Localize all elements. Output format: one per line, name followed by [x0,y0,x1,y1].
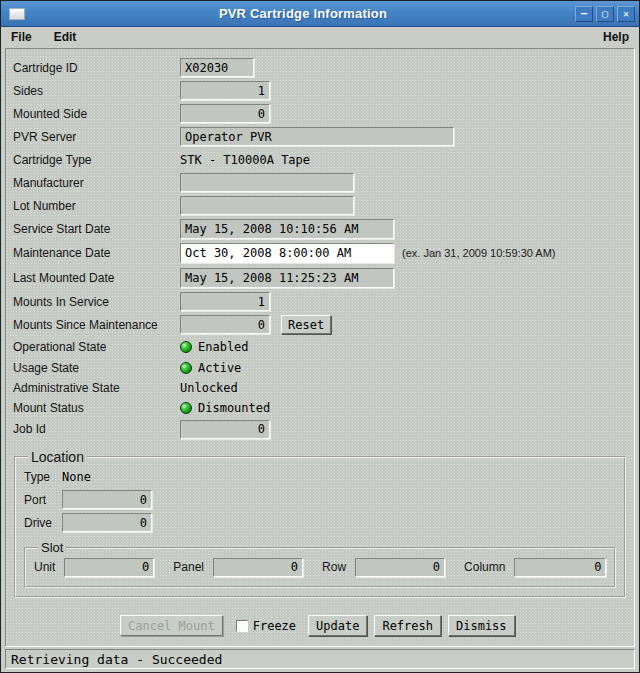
mounts-in-service-label: Mounts In Service [13,295,180,309]
mounts-in-service-field: 1 [180,292,270,311]
row-pvr-server: PVR Server Operator PVR [13,125,628,148]
slot-unit-label: Unit [34,560,55,574]
pvr-server-label: PVR Server [13,130,180,144]
freeze-checkbox-wrap: Freeze [236,619,296,633]
freeze-checkbox[interactable] [236,620,248,632]
row-administrative-state: Administrative State Unlocked [13,378,628,398]
row-lot-number: Lot Number [13,194,628,217]
green-led-icon [180,341,192,353]
dismiss-button[interactable]: Dismiss [448,615,515,636]
mounted-side-label: Mounted Side [13,107,180,121]
cartridge-id-field: X02030 [180,58,254,77]
lot-number-field [180,196,354,215]
menu-help[interactable]: Help [603,30,629,44]
row-location-drive: Drive 0 [24,511,616,534]
window-icon [9,8,25,20]
cartridge-type-label: Cartridge Type [13,153,180,167]
administrative-state-label: Administrative State [13,381,180,395]
maintenance-date-hint: (ex. Jan 31, 2009 10:59:30 AM) [402,247,556,259]
maintenance-date-label: Maintenance Date [13,246,180,260]
location-group-title: Location [28,449,87,465]
lot-number-label: Lot Number [13,199,180,213]
slot-group-title: Slot [38,540,66,555]
reset-button[interactable]: Reset [281,315,331,334]
cancel-mount-button: Cancel Mount [120,615,223,636]
row-location-port: Port 0 [24,488,616,511]
row-usage-state: Usage State Active [13,358,628,378]
status-bar: Retrieving data - Succeeded [5,649,635,669]
mount-status-value: Dismounted [198,401,270,415]
row-mounted-side: Mounted Side 0 [13,102,628,125]
slot-row-group: Row 0 [322,558,445,577]
slot-panel-group: Panel 0 [173,558,303,577]
minimize-button[interactable]: — [575,6,593,22]
location-port-label: Port [24,493,62,507]
row-service-start-date: Service Start Date May 15, 2008 10:10:56… [13,217,628,240]
row-mounts-in-service: Mounts In Service 1 [13,290,628,313]
update-button[interactable]: Update [308,615,367,636]
usage-state-label: Usage State [13,361,180,375]
pvr-cartridge-window: PVR Cartridge Information — ▢ ✕ File Edi… [0,0,640,673]
pvr-server-field: Operator PVR [180,127,454,146]
titlebar[interactable]: PVR Cartridge Information — ▢ ✕ [1,1,639,27]
row-mounts-since-maintenance: Mounts Since Maintenance 0 Reset [13,313,628,336]
manufacturer-label: Manufacturer [13,176,180,190]
slot-group: Slot Unit 0 Panel 0 Row 0 Colu [24,540,616,588]
slot-panel-field: 0 [213,558,303,577]
job-id-field: 0 [180,420,270,439]
job-id-label: Job Id [13,422,180,436]
cartridge-type-value: STK - T10000A Tape [180,153,310,167]
maintenance-date-input[interactable] [180,243,394,263]
green-led-icon [180,362,192,374]
mounted-side-field: 0 [180,104,270,123]
location-drive-field: 0 [62,513,152,532]
row-cartridge-id: Cartridge ID X02030 [13,56,628,79]
slot-row: Unit 0 Panel 0 Row 0 Column 0 [34,555,606,579]
slot-row-field: 0 [355,558,445,577]
row-mount-status: Mount Status Dismounted [13,398,628,418]
cartridge-id-label: Cartridge ID [13,61,180,75]
action-button-row: Cancel Mount Freeze Update Refresh Dismi… [120,615,628,636]
manufacturer-field [180,173,354,192]
location-group: Location Type None Port 0 Drive 0 Slot U… [14,449,626,598]
mounts-since-maintenance-label: Mounts Since Maintenance [13,318,180,332]
administrative-state-value: Unlocked [180,381,238,395]
green-led-icon [180,402,192,414]
slot-column-field: 0 [514,558,606,577]
close-button[interactable]: ✕ [617,6,635,22]
row-sides: Sides 1 [13,79,628,102]
menu-file[interactable]: File [11,30,32,44]
mounts-since-maintenance-field: 0 [180,315,270,334]
sides-field: 1 [180,81,270,100]
menubar: File Edit Help [1,27,639,47]
slot-unit-field: 0 [64,558,154,577]
slot-unit-group: Unit 0 [34,558,154,577]
location-drive-label: Drive [24,516,62,530]
refresh-button[interactable]: Refresh [374,615,441,636]
menu-edit[interactable]: Edit [54,30,77,44]
slot-panel-label: Panel [173,560,204,574]
row-manufacturer: Manufacturer [13,171,628,194]
mount-status-label: Mount Status [13,401,180,415]
content-panel: Cartridge ID X02030 Sides 1 Mounted Side… [5,48,635,647]
slot-column-group: Column 0 [464,558,606,577]
last-mounted-date-field: May 15, 2008 11:25:23 AM [180,268,394,288]
operational-state-label: Operational State [13,340,180,354]
window-title: PVR Cartridge Information [31,6,575,21]
row-job-id: Job Id 0 [13,418,628,440]
freeze-checkbox-label: Freeze [253,619,296,633]
service-start-date-label: Service Start Date [13,222,180,236]
last-mounted-date-label: Last Mounted Date [13,271,180,285]
location-port-field: 0 [62,490,152,509]
usage-state-value: Active [198,361,241,375]
location-type-label: Type [24,470,62,484]
row-location-type: Type None [24,466,616,488]
sides-label: Sides [13,84,180,98]
row-operational-state: Operational State Enabled [13,336,628,358]
row-last-mounted-date: Last Mounted Date May 15, 2008 11:25:23 … [13,265,628,290]
maximize-button[interactable]: ▢ [596,6,614,22]
service-start-date-field: May 15, 2008 10:10:56 AM [180,219,394,239]
location-type-value: None [62,470,91,484]
slot-column-label: Column [464,560,505,574]
row-cartridge-type: Cartridge Type STK - T10000A Tape [13,148,628,171]
